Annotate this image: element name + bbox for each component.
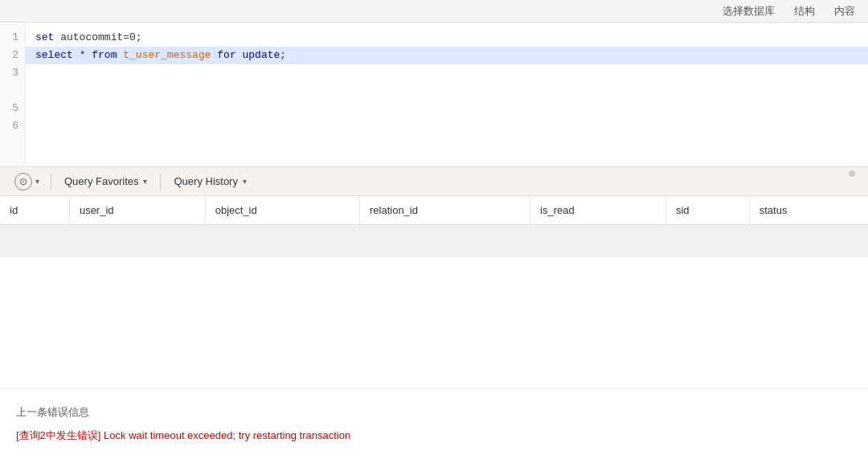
code-editor[interactable]: set autocommit=0; select * from t_user_m…	[26, 23, 868, 166]
keyword-set: set	[35, 29, 54, 47]
code-line-6	[35, 117, 858, 135]
col-user-id: user_id	[69, 196, 205, 225]
col-sid: sid	[665, 196, 749, 225]
error-message: [查询2中发生错误] Lock wait timeout exceeded; t…	[16, 428, 852, 444]
circle-icon: ⊙	[14, 173, 32, 191]
results-table-area[interactable]: id user_id object_id relation_id is_read…	[0, 196, 868, 388]
code-line-5	[35, 100, 858, 117]
code-line-4	[35, 82, 858, 100]
table-row-2	[0, 257, 868, 289]
toolbar-separator-1	[51, 174, 51, 190]
keyword-update: update	[243, 47, 280, 64]
main-content: 1 2 3 5 6 set autocommit=0; select * fro…	[0, 23, 868, 459]
error-section: 上一条错误信息 [查询2中发生错误] Lock wait timeout exc…	[0, 388, 868, 460]
col-id: id	[0, 196, 69, 225]
col-is-read: is_read	[530, 196, 666, 225]
query-history-dropdown[interactable]: Query History ▾	[167, 167, 252, 195]
line-numbers: 1 2 3 5 6	[0, 23, 26, 166]
col-relation-id: relation_id	[359, 196, 530, 225]
query-toolbar: ⊙ ▾ Query Favorites ▾ Query History ▾	[0, 167, 868, 196]
query-favorites-chevron-icon: ▾	[143, 177, 147, 186]
col-status: status	[749, 196, 868, 225]
query-history-label: Query History	[174, 175, 237, 187]
circle-menu-btn[interactable]: ⊙ ▾	[10, 167, 44, 195]
content-btn[interactable]: 内容	[834, 4, 855, 18]
table-header-row: id user_id object_id relation_id is_read…	[0, 196, 868, 225]
keyword-for: for	[217, 47, 235, 64]
query-favorites-dropdown[interactable]: Query Favorites ▾	[58, 167, 154, 195]
keyword-from: from	[92, 47, 117, 64]
results-table: id user_id object_id relation_id is_read…	[0, 196, 868, 289]
keyword-select: select	[35, 47, 73, 64]
scroll-dot-indicator	[849, 170, 855, 177]
col-object-id: object_id	[205, 196, 359, 225]
code-line-1: set autocommit=0;	[35, 29, 858, 47]
query-history-chevron-icon: ▾	[243, 177, 247, 186]
error-title: 上一条错误信息	[16, 405, 852, 420]
toolbar-separator-2	[160, 174, 161, 190]
query-favorites-label: Query Favorites	[64, 175, 138, 187]
table-row	[0, 225, 868, 257]
code-line-3	[35, 64, 858, 82]
structure-btn[interactable]: 结构	[794, 4, 815, 18]
code-line-2: select * from t_user_message for update;	[26, 47, 868, 64]
select-database-btn[interactable]: 选择数据库	[723, 4, 775, 18]
top-bar: 选择数据库 结构 内容	[0, 0, 868, 23]
circle-chevron-icon: ▾	[35, 177, 39, 186]
editor-area: 1 2 3 5 6 set autocommit=0; select * fro…	[0, 23, 868, 167]
results-wrapper: id user_id object_id relation_id is_read…	[0, 196, 868, 459]
